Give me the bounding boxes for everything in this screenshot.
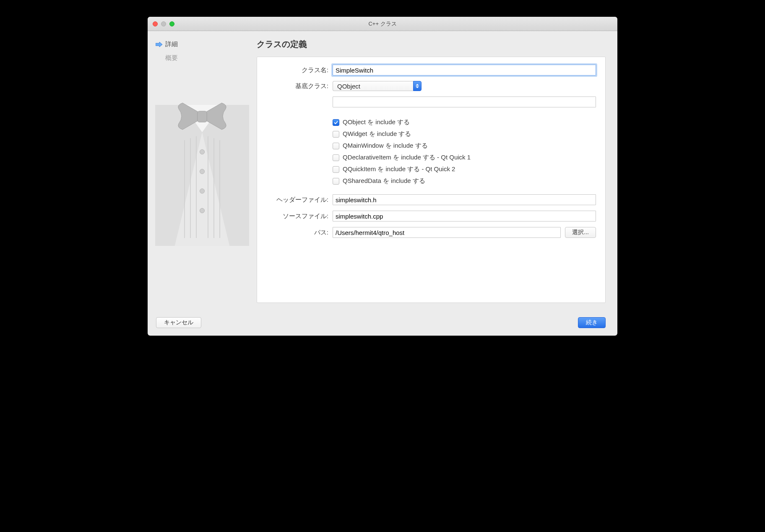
checkbox-label: QQuickItem を include する - Qt Quick 2 [343, 165, 455, 173]
titlebar: C++ クラス [148, 17, 617, 31]
label-class-name: クラス名: [266, 66, 333, 74]
include-checkbox-group: QObject を include する QWidget を include す… [333, 118, 596, 185]
header-file-input[interactable] [333, 194, 596, 205]
label-base-class: 基底クラス: [266, 82, 333, 90]
checkbox-qshareddata[interactable]: QSharedData を include する [333, 177, 596, 185]
checkbox-label: QSharedData を include する [343, 177, 425, 185]
row-class-name: クラス名: [266, 65, 596, 76]
base-class-select[interactable]: QObject [333, 81, 422, 91]
checkbox-qobject[interactable]: QObject を include する [333, 118, 596, 126]
row-base-class: 基底クラス: QObject [266, 81, 596, 91]
sidebar-step-label: 概要 [165, 54, 178, 62]
checkbox-icon [333, 154, 339, 161]
content-area: 詳細 概要 [148, 31, 617, 310]
checkbox-qdeclarativeitem[interactable]: QDeclarativeItem を include する - Qt Quick… [333, 154, 596, 162]
wizard-window: C++ クラス 詳細 概要 [148, 17, 617, 336]
checkbox-icon [333, 166, 339, 173]
window-title: C++ クラス [148, 20, 617, 28]
row-path: パス: 選択... [266, 227, 596, 238]
sidebar: 詳細 概要 [148, 31, 257, 310]
zoom-window-button[interactable] [169, 21, 174, 26]
main-panel: クラスの定義 クラス名: 基底クラス: QObject [257, 31, 617, 310]
sidebar-decorative-image [155, 76, 249, 302]
minimize-window-button[interactable] [161, 21, 166, 26]
source-file-input[interactable] [333, 211, 596, 222]
checkbox-qwidget[interactable]: QWidget を include する [333, 130, 596, 138]
checkbox-icon [333, 143, 339, 149]
base-class-value: QObject [333, 81, 413, 91]
chevron-updown-icon [413, 81, 422, 91]
checkbox-icon [333, 119, 339, 126]
label-header-file: ヘッダーファイル: [266, 196, 333, 204]
form-container: クラス名: 基底クラス: QObject [257, 57, 606, 303]
checkbox-qmainwindow[interactable]: QMainWindow を include する [333, 142, 596, 150]
page-heading: クラスの定義 [257, 39, 606, 50]
cancel-button[interactable]: キャンセル [156, 317, 201, 328]
continue-button[interactable]: 続き [578, 317, 606, 328]
browse-button[interactable]: 選択... [565, 227, 596, 238]
sidebar-step-details[interactable]: 詳細 [155, 39, 249, 49]
traffic-lights [148, 21, 174, 26]
svg-point-8 [200, 149, 204, 154]
label-path: パス: [266, 229, 333, 237]
checkbox-label: QWidget を include する [343, 130, 411, 138]
svg-point-10 [200, 189, 204, 193]
svg-point-9 [200, 169, 204, 174]
svg-rect-7 [198, 111, 207, 122]
checkbox-icon [333, 131, 339, 138]
row-source-file: ソースファイル: [266, 211, 596, 222]
class-name-input[interactable] [333, 65, 596, 76]
close-window-button[interactable] [153, 21, 158, 26]
svg-point-11 [200, 208, 204, 213]
path-input[interactable] [333, 227, 561, 238]
checkbox-qquickitem[interactable]: QQuickItem を include する - Qt Quick 2 [333, 165, 596, 173]
footer: キャンセル 続き [148, 310, 617, 336]
label-source-file: ソースファイル: [266, 212, 333, 220]
step-indicator-arrow-icon [155, 42, 163, 47]
row-extra [266, 96, 596, 107]
extra-input[interactable] [333, 96, 596, 107]
sidebar-step-label: 詳細 [165, 40, 178, 48]
row-header-file: ヘッダーファイル: [266, 194, 596, 205]
checkbox-label: QMainWindow を include する [343, 142, 428, 150]
checkbox-label: QDeclarativeItem を include する - Qt Quick… [343, 154, 471, 162]
sidebar-steps: 詳細 概要 [155, 39, 249, 63]
checkbox-icon [333, 178, 339, 185]
sidebar-step-summary[interactable]: 概要 [155, 53, 249, 63]
checkbox-label: QObject を include する [343, 118, 410, 126]
